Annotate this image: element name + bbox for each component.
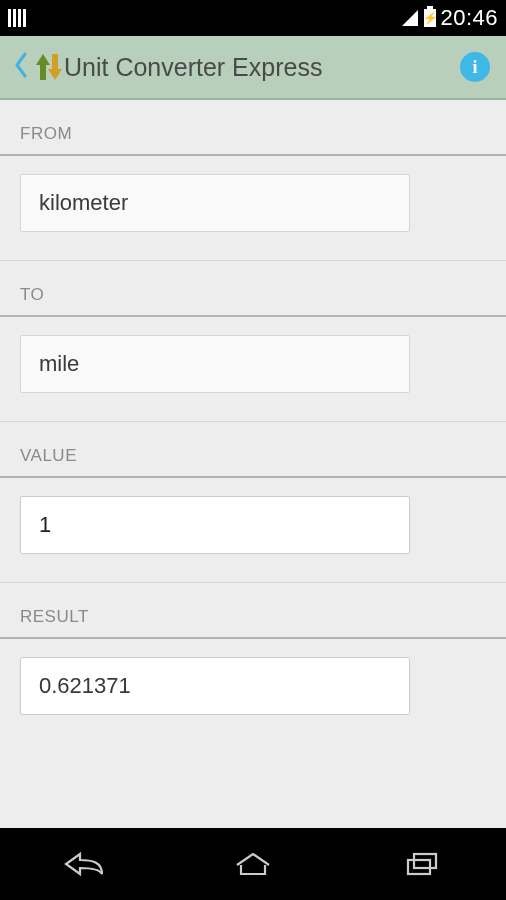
back-nav-button[interactable] [54, 844, 114, 884]
recent-apps-nav-button[interactable] [392, 844, 452, 884]
value-input-field[interactable] [39, 497, 391, 553]
from-unit-dropdown[interactable]: kilometer [20, 174, 410, 232]
status-bar: ⚡ 20:46 [0, 0, 506, 36]
to-unit-dropdown[interactable]: mile [20, 335, 410, 393]
value-label: VALUE [0, 422, 506, 476]
info-button[interactable]: i [460, 52, 490, 82]
content-area: FROM kilometer TO mile VALUE RESULT 0.62… [0, 100, 506, 828]
from-unit-value: kilometer [39, 190, 128, 216]
to-label: TO [0, 261, 506, 315]
back-button[interactable] [10, 51, 32, 84]
clock-text: 20:46 [440, 5, 498, 31]
status-right: ⚡ 20:46 [402, 5, 498, 31]
home-nav-button[interactable] [223, 844, 283, 884]
notification-icon [8, 9, 26, 27]
value-input[interactable] [20, 496, 410, 554]
app-logo-icon [36, 52, 60, 82]
signal-icon [402, 10, 418, 26]
app-title: Unit Converter Express [64, 53, 460, 82]
result-output: 0.621371 [20, 657, 410, 715]
battery-icon: ⚡ [424, 9, 436, 27]
result-value: 0.621371 [39, 673, 131, 699]
status-left [8, 9, 26, 27]
result-label: RESULT [0, 583, 506, 637]
navigation-bar [0, 828, 506, 900]
app-bar: Unit Converter Express i [0, 36, 506, 100]
to-unit-value: mile [39, 351, 79, 377]
from-label: FROM [0, 100, 506, 154]
